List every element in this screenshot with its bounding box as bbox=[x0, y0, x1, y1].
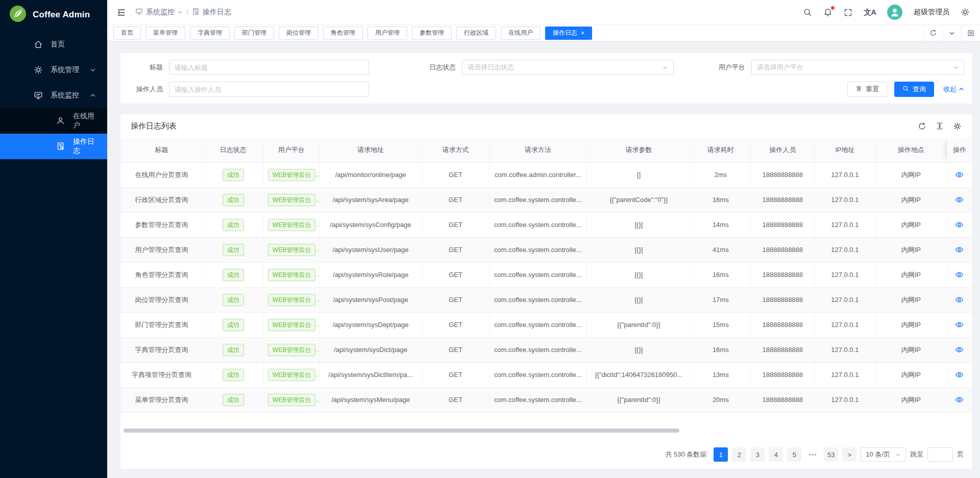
sidebar-item-label: 在线用户 bbox=[73, 112, 96, 130]
close-icon[interactable]: × bbox=[581, 30, 584, 36]
cell-request-method: GET bbox=[422, 162, 489, 187]
tab-用户管理[interactable]: 用户管理 bbox=[368, 27, 407, 40]
title-label: 标题 bbox=[128, 63, 169, 72]
reset-button[interactable]: 重置 bbox=[847, 82, 887, 97]
breadcrumb-section[interactable]: 系统监控 bbox=[135, 8, 183, 17]
refresh-icon[interactable] bbox=[918, 122, 926, 131]
page-button-2[interactable]: 2 bbox=[732, 447, 746, 462]
tab-bar: 首页 菜单管理 字典管理 部门管理 岗位管理 角色管理 用户管理 参数管理 行政… bbox=[107, 24, 980, 41]
sidebar-item-operation-log[interactable]: 操作日志 bbox=[0, 134, 107, 159]
sidebar-item-system-monitor[interactable]: 系统监控 bbox=[0, 83, 107, 108]
current-user-name[interactable]: 超级管理员 bbox=[914, 8, 949, 17]
filter-platform-field: 用户平台 请选择用户平台 bbox=[695, 60, 964, 75]
horizontal-scrollbar-thumb[interactable] bbox=[124, 429, 679, 433]
platform-badge: WEB管理后台 bbox=[268, 169, 315, 181]
chevron-down-icon bbox=[90, 67, 96, 73]
view-detail-eye-icon[interactable] bbox=[955, 220, 964, 229]
sidebar-item-online-users[interactable]: 在线用户 bbox=[0, 108, 107, 134]
operator-input[interactable] bbox=[169, 82, 369, 97]
platform-badge: WEB管理后台 bbox=[268, 269, 315, 281]
tab-参数管理[interactable]: 参数管理 bbox=[412, 27, 452, 40]
breadcrumb-section-label: 系统监控 bbox=[146, 8, 175, 17]
page-button-5[interactable]: 5 bbox=[787, 447, 801, 462]
jump-page-input[interactable] bbox=[927, 447, 953, 462]
table-row: 岗位管理分页查询 成功 WEB管理后台 /api/system/sysPost/… bbox=[120, 287, 972, 312]
cell-location: 内网IP bbox=[875, 262, 947, 287]
tab-行政区域[interactable]: 行政区域 bbox=[456, 27, 496, 40]
platform-select[interactable]: 请选择用户平台 bbox=[751, 60, 964, 75]
pagination-ellipsis: ••• bbox=[805, 447, 820, 462]
view-detail-eye-icon[interactable] bbox=[955, 345, 964, 354]
platform-badge: WEB管理后台 bbox=[268, 194, 315, 206]
settings-gear-icon[interactable] bbox=[961, 8, 970, 17]
view-detail-eye-icon[interactable] bbox=[955, 270, 964, 279]
topbar-actions: 文A 超级管理员 bbox=[803, 5, 970, 20]
title-input[interactable] bbox=[169, 60, 369, 75]
row-density-icon[interactable] bbox=[936, 122, 944, 130]
page-button-4[interactable]: 4 bbox=[769, 447, 783, 462]
refresh-icon[interactable] bbox=[923, 25, 942, 41]
cell-request-duration: 14ms bbox=[691, 212, 750, 237]
page-button-53[interactable]: 53 bbox=[824, 447, 838, 462]
collapse-filter-link[interactable]: 收起 bbox=[943, 85, 964, 94]
cell-request-handler: com.coffee.system.controlle... bbox=[489, 362, 587, 387]
cell-request-duration: 13ms bbox=[691, 362, 750, 387]
page-size-select[interactable]: 10 条/页 bbox=[861, 447, 906, 462]
tab-首页[interactable]: 首页 bbox=[113, 27, 141, 40]
view-detail-eye-icon[interactable] bbox=[955, 395, 964, 404]
cell-request-params: [{"parentId":0}] bbox=[587, 387, 691, 412]
cell-operator: 18888888888 bbox=[750, 187, 815, 212]
view-detail-eye-icon[interactable] bbox=[955, 370, 964, 379]
tab-在线用户[interactable]: 在线用户 bbox=[501, 27, 541, 40]
cell-request-url: /api/system/sysUser/page bbox=[319, 237, 422, 262]
log-icon bbox=[192, 8, 200, 17]
avatar[interactable] bbox=[887, 5, 902, 20]
cell-platform: WEB管理后台 bbox=[263, 337, 319, 362]
logo-area[interactable]: Coffee Admin bbox=[0, 0, 107, 30]
next-page-button[interactable]: > bbox=[842, 447, 856, 462]
view-detail-eye-icon[interactable] bbox=[955, 195, 964, 204]
tab-部门管理[interactable]: 部门管理 bbox=[234, 27, 274, 40]
tab-label: 部门管理 bbox=[242, 29, 266, 37]
cell-actions bbox=[947, 162, 972, 187]
tab-菜单管理[interactable]: 菜单管理 bbox=[145, 27, 185, 40]
menu-fold-icon[interactable] bbox=[116, 8, 126, 17]
tab-dropdown-chevron-icon[interactable] bbox=[942, 25, 961, 41]
sidebar-submenu: 在线用户 操作日志 bbox=[0, 108, 107, 159]
view-detail-eye-icon[interactable] bbox=[955, 295, 964, 304]
column-header-3: 用户平台 bbox=[263, 138, 319, 162]
table-body: 在线用户分页查询 成功 WEB管理后台 /api/monitor/online/… bbox=[120, 162, 972, 412]
cell-status: 成功 bbox=[203, 187, 263, 212]
view-detail-eye-icon[interactable] bbox=[955, 245, 964, 254]
column-settings-gear-icon[interactable] bbox=[953, 122, 962, 131]
chevron-down-icon bbox=[663, 65, 668, 70]
platform-badge: WEB管理后台 bbox=[268, 319, 315, 331]
tab-角色管理[interactable]: 角色管理 bbox=[323, 27, 363, 40]
status-select[interactable]: 请选择日志状态 bbox=[462, 60, 674, 75]
sidebar-item-system-management[interactable]: 系统管理 bbox=[0, 57, 107, 83]
language-switch-icon[interactable]: 文A bbox=[864, 8, 876, 17]
fullscreen-icon[interactable] bbox=[844, 8, 852, 17]
tab-字典管理[interactable]: 字典管理 bbox=[190, 27, 230, 40]
table-header-row: 标题日志状态用户平台请求地址请求方式请求方法请求参数请求耗时操作人员IP地址操作… bbox=[120, 138, 972, 162]
page-list: 12345•••53 bbox=[714, 447, 838, 462]
cell-title: 部门管理分页查询 bbox=[120, 312, 203, 337]
cell-request-handler: com.coffee.system.controlle... bbox=[489, 187, 587, 212]
page-button-1[interactable]: 1 bbox=[714, 447, 728, 462]
content-maximize-icon[interactable] bbox=[961, 25, 980, 41]
status-badge: 成功 bbox=[223, 219, 244, 231]
notification-bell-icon[interactable] bbox=[823, 8, 832, 17]
search-button[interactable]: 查询 bbox=[894, 82, 934, 97]
search-icon[interactable] bbox=[803, 8, 812, 17]
cell-ip-address: 127.0.0.1 bbox=[815, 337, 875, 362]
view-detail-eye-icon[interactable] bbox=[955, 170, 964, 179]
page-button-3[interactable]: 3 bbox=[750, 447, 765, 462]
cell-request-duration: 16ms bbox=[691, 262, 750, 287]
status-badge: 成功 bbox=[223, 169, 244, 181]
tab-操作日志[interactable]: 操作日志 × bbox=[545, 27, 592, 40]
sidebar-item-home[interactable]: 首页 bbox=[0, 32, 107, 57]
horizontal-scrollbar bbox=[122, 429, 965, 433]
view-detail-eye-icon[interactable] bbox=[955, 320, 964, 329]
tab-岗位管理[interactable]: 岗位管理 bbox=[279, 27, 318, 40]
cell-status: 成功 bbox=[203, 312, 263, 337]
